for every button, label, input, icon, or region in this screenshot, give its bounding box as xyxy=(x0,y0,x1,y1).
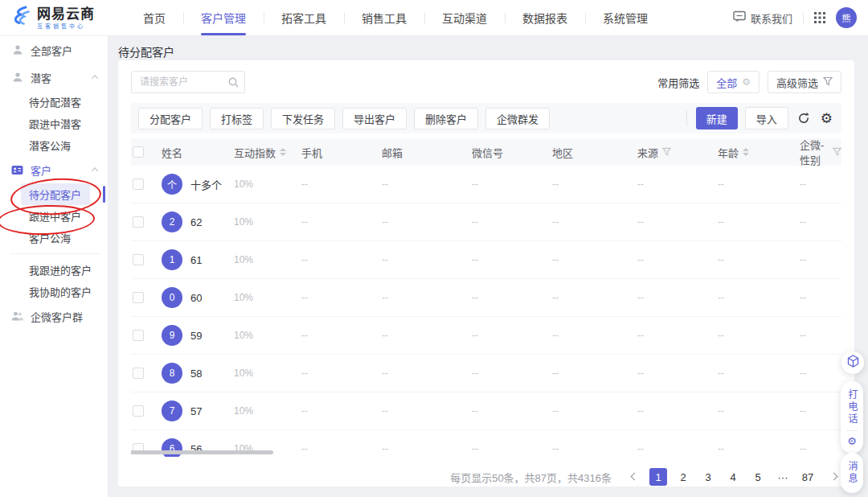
column-header[interactable]: 互动指数 xyxy=(234,145,301,160)
row-checkbox[interactable] xyxy=(133,330,144,341)
sidebar-item[interactable]: 潜客 xyxy=(0,64,108,91)
brand-logo[interactable]: 网易云商 互客销售中心 xyxy=(11,6,95,31)
phone-call-label: 打电话 xyxy=(847,389,857,425)
sidebar-item[interactable]: 我协助的客户 xyxy=(0,281,108,302)
column-header[interactable]: 年龄 xyxy=(718,145,800,160)
sidebar-item[interactable]: 客户 xyxy=(0,156,108,183)
bulk-action-button[interactable]: 分配客户 xyxy=(138,108,203,129)
page-number[interactable]: 3 xyxy=(699,468,717,486)
customer-name[interactable]: 十多个 xyxy=(190,177,222,192)
engagement-value: 10% xyxy=(234,330,301,341)
sidebar-item[interactable]: 客户公海 xyxy=(0,227,108,249)
nav-item[interactable]: 客户管理 xyxy=(183,0,264,35)
customer-name[interactable]: 60 xyxy=(190,292,202,304)
nav-item[interactable]: 数据报表 xyxy=(505,0,585,35)
gear-icon[interactable]: ⚙ xyxy=(742,77,751,87)
page-number[interactable]: 5 xyxy=(749,468,767,486)
table-row[interactable]: 0 60 10% -- -- -- -- -- -- -- xyxy=(131,279,841,317)
float-cube-button[interactable] xyxy=(841,351,864,374)
sidebar-item[interactable]: 待分配潜客 xyxy=(0,91,108,113)
apps-grid-icon[interactable] xyxy=(814,12,825,23)
row-checkbox[interactable] xyxy=(133,216,144,228)
page-number[interactable]: 87 xyxy=(799,468,817,486)
customer-name[interactable]: 61 xyxy=(190,254,202,266)
float-call-button[interactable]: 打电话 ⚙ xyxy=(841,381,863,454)
bulk-action-button[interactable]: 下发任务 xyxy=(271,108,335,129)
settings-gear-icon[interactable]: ⚙ xyxy=(819,110,834,127)
common-filter-select[interactable]: 全部 ⚙ xyxy=(707,71,760,93)
bulk-action-button[interactable]: 打标签 xyxy=(210,108,264,129)
page-number[interactable]: ··· xyxy=(774,468,792,486)
chevron-up-icon[interactable] xyxy=(92,167,98,174)
column-header[interactable]: 地区 xyxy=(552,145,637,160)
empty-cell-wechat: -- xyxy=(472,292,552,303)
empty-cell-email: -- xyxy=(382,368,472,379)
empty-cell-email: -- xyxy=(382,254,472,265)
column-header[interactable]: 手机 xyxy=(301,145,382,160)
filter-icon[interactable] xyxy=(833,146,841,158)
customer-name[interactable]: 62 xyxy=(190,216,202,228)
column-header[interactable]: 企微-性别 xyxy=(800,137,841,167)
nav-item[interactable]: 首页 xyxy=(125,0,183,35)
bulk-action-button[interactable]: 企微群发 xyxy=(485,108,550,129)
empty-cell-gender: -- xyxy=(800,443,841,454)
sidebar-item-label: 企微客户群 xyxy=(31,309,83,324)
contact-us-button[interactable]: 联系我们 xyxy=(733,10,792,26)
column-header[interactable]: 姓名 xyxy=(162,145,234,160)
table-row[interactable]: 个 十多个 10% -- -- -- -- -- -- -- xyxy=(131,166,841,203)
float-message-button[interactable]: 消息 xyxy=(841,453,863,493)
advanced-filter-label: 高级筛选 xyxy=(776,75,818,90)
page-number[interactable]: 4 xyxy=(724,468,742,486)
bulk-action-button[interactable]: 导出客户 xyxy=(342,108,407,129)
empty-cell-phone: -- xyxy=(301,330,382,341)
refresh-icon[interactable] xyxy=(796,110,812,126)
sidebar-item[interactable]: 我跟进的客户 xyxy=(0,259,108,281)
sidebar: 全部客户 潜客 xyxy=(0,36,108,497)
chevron-up-icon[interactable] xyxy=(92,75,98,81)
sort-icon[interactable] xyxy=(743,148,749,156)
select-all-checkbox[interactable] xyxy=(133,146,144,158)
nav-item[interactable]: 销售工具 xyxy=(344,0,424,35)
sidebar-item[interactable]: 企微客户群 xyxy=(0,302,108,330)
sidebar-item[interactable]: 待分配客户 xyxy=(21,183,90,205)
page-prev-button[interactable] xyxy=(624,468,642,486)
nav-item[interactable]: 拓客工具 xyxy=(264,0,344,35)
customer-name[interactable]: 59 xyxy=(190,330,202,342)
sidebar-item[interactable]: 跟进中潜客 xyxy=(0,113,108,134)
row-checkbox[interactable] xyxy=(133,179,144,190)
column-header[interactable]: 微信号 xyxy=(472,145,552,160)
row-checkbox[interactable] xyxy=(133,292,144,303)
common-filter-value: 全部 xyxy=(716,75,737,90)
row-checkbox[interactable] xyxy=(133,405,144,417)
customer-name[interactable]: 57 xyxy=(190,405,202,417)
sidebar-item[interactable]: 全部客户 xyxy=(0,36,108,64)
page-number[interactable]: 1 xyxy=(649,468,667,486)
table-row[interactable]: 8 58 10% -- -- -- -- -- -- -- xyxy=(131,355,841,392)
table-row[interactable]: 7 57 10% -- -- -- -- -- -- -- xyxy=(131,392,841,430)
empty-cell-source: -- xyxy=(637,254,718,265)
table-row[interactable]: 2 62 10% -- -- -- -- -- -- -- xyxy=(131,203,841,241)
main-content: 待分配客户 常用筛选 全部 ⚙ 高级筛选 xyxy=(108,36,868,497)
nav-item[interactable]: 互动渠道 xyxy=(424,0,505,35)
sort-icon[interactable] xyxy=(280,148,286,156)
column-header[interactable]: 邮箱 xyxy=(382,145,472,160)
column-header[interactable]: 来源 xyxy=(637,145,718,160)
sidebar-item[interactable]: 跟进中客户 xyxy=(0,205,108,227)
advanced-filter-button[interactable]: 高级筛选 xyxy=(768,71,841,93)
customer-name[interactable]: 58 xyxy=(190,368,202,380)
row-checkbox[interactable] xyxy=(133,254,144,265)
horizontal-scrollbar[interactable] xyxy=(131,450,273,454)
float-gear-icon[interactable]: ⚙ xyxy=(847,436,857,446)
table-row[interactable]: 9 59 10% -- -- -- -- -- -- -- xyxy=(131,317,841,355)
page-next-button[interactable] xyxy=(824,468,841,486)
table-row[interactable]: 1 61 10% -- -- -- -- -- -- -- xyxy=(131,241,841,279)
import-button[interactable]: 导入 xyxy=(745,107,788,129)
user-avatar[interactable]: 熊 xyxy=(836,7,857,28)
page-number[interactable]: 2 xyxy=(674,468,692,486)
row-checkbox[interactable] xyxy=(133,368,144,379)
filter-icon[interactable] xyxy=(662,146,671,158)
create-button[interactable]: 新建 xyxy=(696,107,738,129)
bulk-action-button[interactable]: 删除客户 xyxy=(414,108,478,129)
sidebar-item[interactable]: 潜客公海 xyxy=(0,134,108,156)
nav-item[interactable]: 系统管理 xyxy=(585,0,665,35)
